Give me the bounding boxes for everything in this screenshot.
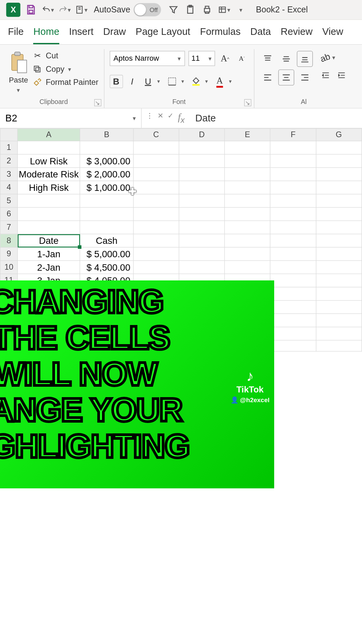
column-header-f[interactable]: F	[270, 128, 316, 141]
chevron-down-icon[interactable]: ▾	[205, 78, 210, 85]
cell[interactable]	[80, 194, 133, 208]
align-center-button[interactable]	[278, 69, 294, 86]
cell[interactable]	[316, 168, 362, 181]
cell[interactable]	[316, 274, 362, 287]
cell[interactable]	[225, 154, 270, 168]
cell[interactable]	[225, 234, 270, 248]
increase-indent-button[interactable]	[335, 69, 348, 82]
cell[interactable]	[133, 207, 179, 221]
align-middle-button[interactable]	[278, 51, 294, 67]
column-header-g[interactable]: G	[316, 128, 362, 141]
cell[interactable]	[17, 141, 80, 154]
cell[interactable]	[17, 207, 80, 221]
row-header[interactable]: 1	[0, 141, 18, 154]
cell[interactable]	[17, 221, 80, 234]
tab-file[interactable]: File	[8, 26, 24, 44]
cell[interactable]: $ 5,000.00	[80, 247, 133, 261]
cell[interactable]	[133, 234, 179, 248]
format-painter-button[interactable]: Format Painter	[33, 77, 99, 87]
cell[interactable]: Low Risk	[17, 154, 80, 168]
cell[interactable]	[133, 141, 179, 154]
cell[interactable]	[179, 207, 225, 221]
cancel-formula-icon[interactable]: ✕	[158, 111, 163, 125]
row-header[interactable]: 10	[0, 261, 18, 274]
cell[interactable]	[270, 181, 316, 194]
cell[interactable]	[316, 234, 362, 248]
row-header[interactable]: 4	[0, 181, 18, 194]
cell[interactable]	[270, 168, 316, 181]
cell[interactable]	[133, 247, 179, 261]
cell[interactable]	[316, 340, 362, 351]
column-header-d[interactable]: D	[179, 128, 225, 141]
cell[interactable]	[316, 154, 362, 168]
column-header-c[interactable]: C	[133, 128, 179, 141]
cell[interactable]	[270, 340, 316, 351]
more-icon[interactable]: ⋮	[146, 111, 153, 125]
print-icon[interactable]	[201, 4, 214, 16]
cell[interactable]	[270, 194, 316, 208]
cell[interactable]	[316, 327, 362, 340]
cell[interactable]	[179, 181, 225, 194]
row-header[interactable]: 2	[0, 154, 18, 168]
align-left-button[interactable]	[259, 69, 276, 86]
cell[interactable]	[270, 247, 316, 261]
cell[interactable]	[225, 221, 270, 234]
select-all-corner[interactable]	[0, 128, 18, 141]
tab-view[interactable]: View	[322, 26, 343, 44]
chevron-down-icon[interactable]: ▾	[229, 78, 234, 85]
chevron-down-icon[interactable]: ▾	[181, 78, 187, 85]
save-button[interactable]	[25, 4, 37, 16]
cell[interactable]	[225, 181, 270, 194]
chevron-down-icon[interactable]: ▾	[332, 54, 335, 61]
cell[interactable]	[270, 154, 316, 168]
cell[interactable]	[225, 261, 270, 274]
quick-action-button[interactable]: ▾	[75, 4, 87, 16]
align-top-button[interactable]	[259, 51, 276, 67]
cell[interactable]	[17, 194, 80, 208]
redo-button[interactable]: ▾	[58, 4, 71, 16]
cell[interactable]: Moderate Risk	[17, 168, 80, 181]
cell[interactable]	[133, 154, 179, 168]
font-family-combo[interactable]: Aptos Narrow ▾	[110, 51, 185, 66]
row-header[interactable]: 5	[0, 194, 18, 208]
cell[interactable]	[270, 327, 316, 340]
orientation-button[interactable]: ab	[319, 51, 332, 64]
copy-button[interactable]: Copy ▾	[33, 64, 99, 74]
decrease-font-button[interactable]: Aˇ	[235, 52, 249, 65]
cell[interactable]	[316, 261, 362, 274]
cell[interactable]	[270, 314, 316, 327]
undo-button[interactable]: ▾	[42, 4, 54, 16]
cell[interactable]: Cash	[80, 234, 133, 248]
cell[interactable]	[179, 261, 225, 274]
underline-button[interactable]: U	[141, 75, 155, 88]
align-bottom-button[interactable]	[297, 51, 313, 67]
tab-data[interactable]: Data	[250, 26, 271, 44]
row-header[interactable]: 7	[0, 221, 18, 234]
cell[interactable]	[316, 301, 362, 314]
tab-home[interactable]: Home	[34, 26, 59, 44]
cell[interactable]: Date	[17, 234, 80, 248]
cell[interactable]	[270, 141, 316, 154]
cell[interactable]	[316, 194, 362, 208]
tab-page-layout[interactable]: Page Layout	[136, 26, 190, 44]
formula-input[interactable]: Date	[189, 112, 362, 124]
cell[interactable]	[225, 168, 270, 181]
cell[interactable]	[270, 274, 316, 287]
cell[interactable]	[225, 141, 270, 154]
qat-customize-icon[interactable]: ▾	[235, 4, 247, 16]
chevron-down-icon[interactable]: ▾	[157, 78, 163, 85]
row-header[interactable]: 9	[0, 247, 18, 261]
cell[interactable]: High Risk	[17, 181, 80, 194]
cell[interactable]: $ 3,000.00	[80, 154, 133, 168]
fill-color-button[interactable]	[189, 75, 202, 88]
column-header-e[interactable]: E	[225, 128, 270, 141]
cell[interactable]	[225, 247, 270, 261]
cell[interactable]	[225, 194, 270, 208]
bold-button[interactable]: B	[110, 75, 123, 88]
cell[interactable]	[270, 301, 316, 314]
cell[interactable]	[270, 234, 316, 248]
cell[interactable]	[133, 221, 179, 234]
cell[interactable]	[80, 207, 133, 221]
decrease-indent-button[interactable]	[319, 69, 332, 82]
font-color-button[interactable]: A	[213, 75, 227, 88]
